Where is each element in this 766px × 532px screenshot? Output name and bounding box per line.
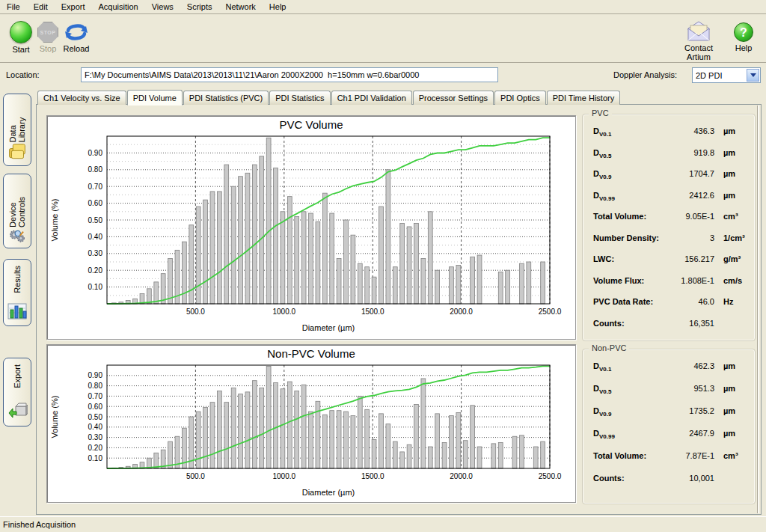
svg-text:0.80: 0.80	[88, 382, 103, 390]
menu-network[interactable]: Network	[218, 0, 262, 13]
non-pvc-volume-chart-panel: Non-PVC Volume 0.100.200.300.400.500.600…	[46, 344, 576, 503]
menu-help[interactable]: Help	[263, 0, 293, 13]
non-pvc-chart-title: Non-PVC Volume	[47, 345, 575, 361]
reload-button[interactable]: Reload	[52, 21, 100, 53]
svg-text:2000.0: 2000.0	[450, 472, 473, 480]
toolbar: Start STOP Stop Reload Contact Artium ? …	[0, 15, 766, 63]
svg-text:0.50: 0.50	[88, 413, 103, 421]
envelope-icon	[685, 21, 712, 42]
sidebar-item-device-controls[interactable]: Device Controls	[3, 174, 31, 248]
svg-text:0.70: 0.70	[88, 183, 103, 191]
tab-processor-settings[interactable]: Processor Settings	[413, 91, 494, 105]
stat-row-counts: Counts:16,351	[583, 319, 755, 340]
menu-file[interactable]: File	[0, 0, 27, 13]
help-button[interactable]: ? Help	[720, 21, 766, 52]
contact-artium-button[interactable]: Contact Artium	[675, 21, 723, 61]
sidebar-item-results[interactable]: Results	[3, 259, 31, 326]
sidebar-item-export[interactable]: Export	[3, 358, 31, 426]
svg-text:0.50: 0.50	[88, 216, 103, 224]
tab-pdi-statistics-pvc[interactable]: PDI Statistics (PVC)	[183, 91, 269, 105]
sidebar-item-data-library[interactable]: Data Library	[3, 94, 31, 166]
stat-row-total-volume: Total Volume:9.05E-1cm³	[583, 212, 755, 233]
sidebar-label-device-controls: Device Controls	[8, 180, 26, 227]
menu-acquisition[interactable]: Acquisition	[92, 0, 145, 13]
svg-text:2500.0: 2500.0	[539, 308, 562, 316]
svg-text:0.30: 0.30	[88, 249, 103, 257]
stat-row-number-density: Number Density:31/cm³	[583, 233, 755, 255]
svg-text:Diameter (µm): Diameter (µm)	[302, 488, 355, 497]
menu-edit[interactable]: Edit	[27, 0, 55, 13]
help-icon: ?	[734, 22, 753, 42]
svg-text:0.60: 0.60	[88, 199, 103, 207]
stat-row-dv01: DV0.1436.3µm	[583, 126, 755, 148]
gears-icon	[7, 227, 28, 243]
folders-icon	[7, 142, 28, 161]
svg-text:0.90: 0.90	[88, 371, 103, 379]
tab-pdi-optics[interactable]: PDI Optics	[494, 91, 546, 105]
sidebar-label-data-library: Data Library	[8, 100, 26, 142]
svg-text:Volume (%): Volume (%)	[50, 199, 59, 242]
svg-text:0.30: 0.30	[88, 433, 103, 441]
stat-row-dv09: DV0.91735.2µm	[583, 406, 755, 429]
stat-row-dv05: DV0.5951.3µm	[583, 384, 755, 406]
status-text: Finished Acquisition	[3, 520, 76, 529]
tab-pdi-volume[interactable]: PDI Volume	[127, 90, 183, 106]
svg-text:0.80: 0.80	[88, 165, 103, 174]
menu-bar: File Edit Export Acquisition Views Scrip…	[0, 0, 766, 14]
tab-ch1-velocity-vs-size[interactable]: Ch1 Velocity vs. Size	[37, 91, 126, 105]
svg-text:500.0: 500.0	[186, 308, 205, 316]
svg-text:500.0: 500.0	[186, 472, 205, 480]
pvc-chart-title: PVC Volume	[47, 116, 575, 132]
contact-artium-label: Contact Artium	[675, 43, 723, 61]
svg-text:Volume (%): Volume (%)	[50, 396, 59, 438]
svg-text:1500.0: 1500.0	[361, 308, 384, 316]
non-pvc-stats-title: Non-PVC	[589, 343, 629, 352]
svg-text:1000.0: 1000.0	[273, 308, 296, 316]
pane-divider	[757, 106, 759, 513]
reload-icon	[64, 21, 88, 43]
svg-text:Diameter (µm): Diameter (µm)	[302, 323, 355, 332]
tab-pdi-statistics[interactable]: PDI Statistics	[269, 91, 330, 105]
stat-row-total-volume: Total Volume:7.87E-1cm³	[583, 451, 755, 474]
tab-strip: Ch1 Velocity vs. Size PDI Volume PDI Sta…	[37, 90, 621, 105]
doppler-analysis-label: Doppler Analysis:	[613, 70, 677, 79]
help-label: Help	[720, 43, 766, 52]
tab-ch1-pdi-validation[interactable]: Ch1 PDI Validation	[331, 91, 412, 105]
svg-text:0.90: 0.90	[88, 149, 103, 157]
menu-views[interactable]: Views	[145, 0, 180, 13]
menu-scripts[interactable]: Scripts	[180, 0, 219, 13]
location-row: Location: Doppler Analysis: 2D PDI	[0, 64, 766, 88]
svg-text:2500.0: 2500.0	[539, 472, 562, 480]
pvc-stats-group: PVC DV0.1436.3µm DV0.5919.8µm DV0.91704.…	[582, 114, 756, 341]
results-chart-icon	[7, 302, 28, 321]
non-pvc-stats-group: Non-PVC DV0.1462.3µm DV0.5951.3µm DV0.91…	[582, 349, 756, 504]
stat-row-dv09: DV0.91704.7µm	[583, 169, 755, 191]
svg-text:1000.0: 1000.0	[273, 472, 296, 480]
location-label: Location:	[6, 70, 40, 79]
stat-row-pvc-data-rate: PVC Data Rate:46.0Hz	[583, 297, 755, 319]
menu-export[interactable]: Export	[55, 0, 92, 13]
doppler-analysis-select[interactable]: 2D PDI	[692, 67, 761, 83]
sidebar-label-export: Export	[13, 364, 22, 388]
stat-row-counts: Counts:10,001	[583, 474, 755, 496]
doppler-analysis-value: 2D PDI	[693, 71, 746, 80]
export-icon	[7, 402, 28, 421]
tab-pdi-time-history[interactable]: PDI Time History	[547, 91, 621, 105]
stat-row-dv01: DV0.1462.3µm	[583, 361, 755, 384]
svg-text:2000.0: 2000.0	[450, 308, 473, 316]
svg-text:0.40: 0.40	[88, 233, 103, 241]
svg-text:0.70: 0.70	[88, 392, 103, 400]
stat-row-dv099: DV0.992412.6µm	[583, 191, 755, 213]
chevron-down-icon[interactable]	[747, 69, 759, 82]
svg-text:0.10: 0.10	[88, 283, 103, 291]
pvc-volume-chart: 0.100.200.300.400.500.600.700.800.90500.…	[47, 132, 571, 335]
stat-row-volume-flux: Volume Flux:1.808E-1cm/s	[583, 276, 755, 298]
non-pvc-volume-chart: 0.100.200.300.400.500.600.700.800.90500.…	[47, 361, 571, 500]
svg-text:0.60: 0.60	[88, 403, 103, 411]
svg-text:0.10: 0.10	[88, 454, 103, 462]
pvc-stats-title: PVC	[589, 108, 612, 117]
svg-text:0.20: 0.20	[88, 266, 103, 275]
stat-row-dv099: DV0.992467.9µm	[583, 429, 755, 451]
location-input[interactable]	[81, 67, 498, 82]
svg-text:1500.0: 1500.0	[361, 472, 384, 480]
